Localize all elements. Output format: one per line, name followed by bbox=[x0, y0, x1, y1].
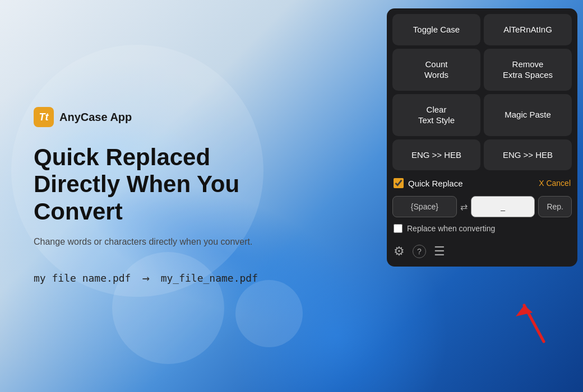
alternating-button[interactable]: AlTeRnAtInG bbox=[484, 14, 572, 45]
help-icon[interactable]: ? bbox=[413, 245, 426, 258]
app-name: AnyCase App bbox=[59, 111, 132, 124]
app-widget: Toggle Case AlTeRnAtInG CountWords Remov… bbox=[387, 8, 577, 267]
magic-paste-button[interactable]: Magic Paste bbox=[484, 94, 572, 136]
app-logo-icon: Tt bbox=[34, 107, 54, 127]
bottom-icons: ⚙ ? ☰ bbox=[392, 242, 572, 261]
left-panel: Tt AnyCase App Quick Replaced Directly W… bbox=[0, 0, 336, 392]
replace-row: {Space} ⇄ _ Rep. bbox=[392, 196, 572, 217]
replace-when-checkbox[interactable] bbox=[394, 224, 402, 233]
toggle-case-button[interactable]: Toggle Case bbox=[392, 14, 480, 45]
clear-text-style-button[interactable]: ClearText Style bbox=[392, 94, 480, 136]
count-words-button[interactable]: CountWords bbox=[392, 49, 480, 91]
eng-heb-button-2[interactable]: ENG >> HEB bbox=[484, 139, 572, 171]
remove-extra-spaces-button[interactable]: RemoveExtra Spaces bbox=[484, 49, 572, 91]
headline: Quick Replaced Directly When You Convert bbox=[34, 144, 303, 225]
demo-arrow: → bbox=[142, 271, 149, 285]
conversion-demo: my file name.pdf → my_file_name.pdf bbox=[34, 271, 303, 285]
app-logo: Tt AnyCase App bbox=[34, 107, 303, 127]
demo-to: my_file_name.pdf bbox=[161, 272, 258, 284]
replace-arrow-icon: ⇄ bbox=[460, 202, 468, 212]
quick-replace-checkbox[interactable] bbox=[394, 178, 404, 188]
quick-replace-left: Quick Replace bbox=[394, 178, 463, 188]
settings-icon[interactable]: ⚙ bbox=[394, 244, 405, 259]
rep-button[interactable]: Rep. bbox=[538, 196, 572, 217]
subtext: Change words or characters directly when… bbox=[34, 235, 303, 249]
widget-button-grid: Toggle Case AlTeRnAtInG CountWords Remov… bbox=[392, 14, 572, 170]
replace-when-row: Replace when converting bbox=[392, 223, 572, 234]
demo-from: my file name.pdf bbox=[34, 272, 131, 284]
replace-when-label: Replace when converting bbox=[407, 224, 495, 233]
replace-to-field[interactable]: _ bbox=[471, 196, 535, 217]
eng-heb-button-1[interactable]: ENG >> HEB bbox=[392, 139, 480, 171]
replace-from-field[interactable]: {Space} bbox=[392, 196, 457, 217]
quick-replace-label: Quick Replace bbox=[408, 179, 463, 188]
menu-icon[interactable]: ☰ bbox=[434, 244, 445, 259]
cancel-button[interactable]: X Cancel bbox=[539, 179, 571, 188]
right-panel: Toggle Case AlTeRnAtInG CountWords Remov… bbox=[370, 0, 583, 392]
quick-replace-header: Quick Replace X Cancel bbox=[392, 176, 572, 190]
